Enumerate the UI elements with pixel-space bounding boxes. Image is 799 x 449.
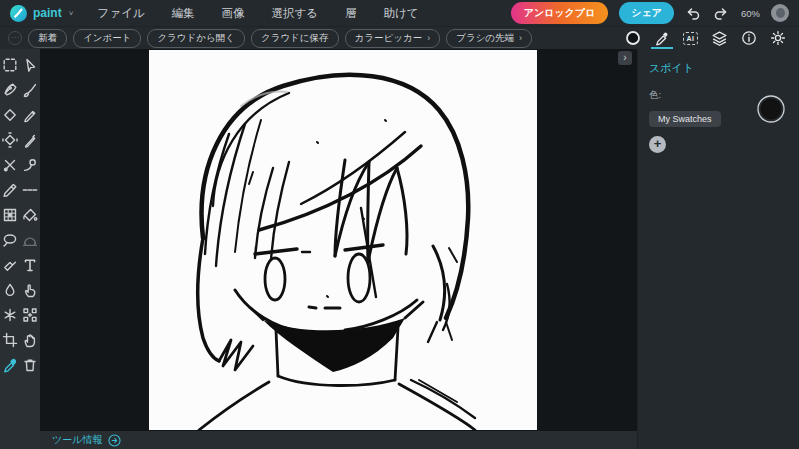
color-picker-tool[interactable]	[0, 355, 20, 375]
eraser-stick-tool[interactable]	[0, 255, 20, 275]
share-button[interactable]: シェア	[619, 2, 674, 24]
panel-collapse-chevron-icon[interactable]: ›	[618, 51, 632, 65]
avatar-glyph	[776, 8, 785, 18]
add-swatch-button[interactable]: +	[649, 136, 666, 153]
app-title: paint	[33, 6, 62, 20]
open-from-cloud-button[interactable]: クラウドから開く	[147, 29, 245, 48]
header-actions: アンロックプロ シェア 60%	[511, 2, 789, 24]
user-avatar[interactable]	[771, 4, 789, 22]
marker-tool[interactable]	[0, 180, 20, 200]
brush-tip-button[interactable]: ブラシの先端›	[446, 29, 532, 48]
hand-tool[interactable]	[20, 330, 40, 350]
pill-label: カラーピッカー	[355, 32, 423, 45]
menu-edit[interactable]: 編集	[171, 6, 194, 21]
pen-tool[interactable]	[0, 80, 20, 100]
undo-icon[interactable]	[685, 5, 702, 22]
dashed-line-tool[interactable]	[20, 180, 40, 200]
menubar: ファイル 編集 画像 選択する 層 助けて	[97, 6, 418, 21]
save-to-cloud-button[interactable]: クラウドに保存	[251, 29, 339, 48]
pencil-tool[interactable]	[20, 105, 40, 125]
current-color-swatch[interactable]	[756, 94, 786, 124]
canvas[interactable]	[149, 50, 537, 430]
tool-info-arrow-icon[interactable]	[108, 434, 121, 447]
lasso-tool[interactable]	[0, 230, 20, 250]
import-button[interactable]: インポート	[73, 29, 141, 48]
ink-pen-tool[interactable]	[20, 130, 40, 150]
settings-gear-icon[interactable]	[770, 27, 786, 49]
left-toolbar	[0, 49, 40, 449]
ai-tools-icon[interactable]: AI	[683, 27, 698, 49]
pill-label: インポート	[83, 32, 131, 45]
sketch-artwork	[149, 50, 537, 430]
dome-tool[interactable]	[20, 230, 40, 250]
current-color-icon[interactable]	[625, 27, 641, 49]
pill-label: クラウドから開く	[157, 32, 235, 45]
menu-select[interactable]: 選択する	[271, 6, 318, 21]
transform-select-tool[interactable]	[0, 130, 20, 150]
pill-label: ブラシの先端	[456, 32, 514, 45]
menu-image[interactable]: 画像	[221, 6, 244, 21]
paint-logo-icon	[10, 5, 27, 22]
chevron-down-icon: ˅	[69, 9, 74, 18]
color-label: 色:	[649, 89, 661, 102]
pill-label: クラウドに保存	[261, 32, 329, 45]
fill-bucket-tool[interactable]	[20, 205, 40, 225]
menu-layer[interactable]: 層	[345, 6, 357, 21]
zoom-level[interactable]: 60%	[741, 8, 760, 19]
panel-title: スポイト	[649, 61, 788, 76]
menu-help[interactable]: 助けて	[383, 6, 418, 21]
panel-icon-row: AI	[625, 27, 791, 49]
eyedropper-panel: スポイト 色: My Swatches +	[637, 49, 799, 449]
eyedropper-panel-icon[interactable]	[654, 27, 670, 49]
spray-frost-tool[interactable]	[0, 305, 20, 325]
brush-tool[interactable]	[20, 80, 40, 100]
top-menu-bar: paint ˅ ファイル 編集 画像 選択する 層 助けて アンロックプロ シェ…	[0, 0, 799, 27]
info-icon[interactable]	[741, 27, 757, 49]
pixelate-tool[interactable]	[0, 205, 20, 225]
marquee-select-tool[interactable]	[0, 55, 20, 75]
ai-label: AI	[683, 32, 698, 45]
eraser-tool[interactable]	[0, 105, 20, 125]
unlock-pro-button[interactable]: アンロックプロ	[511, 2, 609, 24]
chevron-right-icon: ›	[519, 33, 522, 43]
pill-label: 新着	[38, 32, 57, 45]
arrange-grid-tool[interactable]	[20, 305, 40, 325]
my-swatches-button[interactable]: My Swatches	[649, 111, 721, 127]
more-actions-icon[interactable]: ⋯	[8, 31, 22, 45]
ink-dab-tool[interactable]	[20, 155, 40, 175]
menu-file[interactable]: ファイル	[97, 6, 144, 21]
crop-tool[interactable]	[0, 330, 20, 350]
quick-action-bar: ⋯ 新着 インポート クラウドから開く クラウドに保存 カラーピッカー› ブラシ…	[0, 27, 799, 49]
layers-icon[interactable]	[711, 27, 728, 49]
color-picker-button[interactable]: カラーピッカー›	[345, 29, 441, 48]
app-logo[interactable]: paint ˅	[10, 5, 73, 22]
trash-tool[interactable]	[20, 355, 40, 375]
blur-drop-tool[interactable]	[0, 280, 20, 300]
chevron-right-icon: ›	[427, 33, 430, 43]
canvas-area[interactable]: › ツール情報	[40, 49, 637, 449]
redo-icon[interactable]	[713, 5, 730, 22]
workspace: › ツール情報 スポイト 色: My Swatches +	[0, 49, 799, 449]
panel-content: 色: My Swatches +	[649, 89, 788, 153]
cut-tool[interactable]	[0, 155, 20, 175]
new-button[interactable]: 新着	[28, 29, 67, 48]
smudge-finger-tool[interactable]	[20, 280, 40, 300]
panel-controls: 色: My Swatches +	[649, 89, 721, 153]
arrow-select-tool[interactable]	[20, 55, 40, 75]
status-bar: ツール情報	[40, 431, 637, 449]
text-tool[interactable]	[20, 255, 40, 275]
tool-info-label[interactable]: ツール情報	[52, 433, 102, 447]
